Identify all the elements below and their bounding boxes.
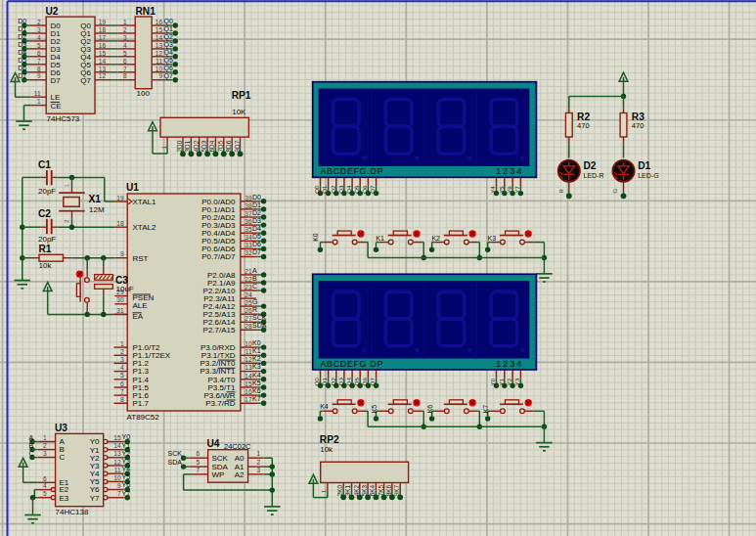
svg-text:G: G xyxy=(252,298,257,305)
svg-text:G: G xyxy=(612,189,618,194)
svg-text:18: 18 xyxy=(116,220,124,227)
svg-text:31: 31 xyxy=(116,307,124,314)
svg-text:7D5: 7D5 xyxy=(217,140,224,152)
svg-text:7: 7 xyxy=(120,388,124,395)
svg-text:3: 3 xyxy=(257,467,261,473)
svg-text:RN1: RN1 xyxy=(136,6,156,17)
svg-text:9K7: 9K7 xyxy=(393,484,400,496)
svg-text:19: 19 xyxy=(99,19,107,25)
svg-text:4: 4 xyxy=(516,359,521,369)
svg-text:Y1: Y1 xyxy=(498,378,505,385)
svg-text:A: A xyxy=(29,434,34,441)
svg-text:P1.7: P1.7 xyxy=(133,399,150,408)
svg-text:12: 12 xyxy=(99,72,107,79)
svg-text:5: 5 xyxy=(123,50,127,57)
svg-text:Q7: Q7 xyxy=(80,76,91,85)
svg-text:14: 14 xyxy=(156,34,163,41)
svg-text:Q6: Q6 xyxy=(164,65,173,72)
svg-text:3: 3 xyxy=(120,356,124,363)
svg-text:35: 35 xyxy=(245,226,252,233)
svg-text:RST: RST xyxy=(133,254,149,263)
svg-text:D4: D4 xyxy=(18,49,26,56)
svg-text:10: 10 xyxy=(113,474,121,481)
svg-text:Q7: Q7 xyxy=(369,378,376,386)
svg-text:23: 23 xyxy=(245,284,252,290)
svg-text:Q5: Q5 xyxy=(353,378,360,386)
svg-text:11: 11 xyxy=(156,58,162,65)
svg-text:1: 1 xyxy=(120,340,124,347)
svg-text:U3: U3 xyxy=(55,423,67,433)
svg-text:3: 3 xyxy=(43,450,47,457)
svg-text:CE: CE xyxy=(51,102,62,111)
svg-text:K3: K3 xyxy=(488,235,497,242)
svg-text:6K4: 6K4 xyxy=(369,484,376,496)
svg-text:36: 36 xyxy=(245,218,252,225)
svg-text:4: 4 xyxy=(516,166,521,176)
svg-text:9: 9 xyxy=(37,72,41,79)
svg-text:SDA: SDA xyxy=(168,459,183,466)
svg-text:14: 14 xyxy=(113,442,121,449)
svg-text:9: 9 xyxy=(120,250,124,257)
svg-text:Y4: Y4 xyxy=(122,466,131,472)
svg-text:12: 12 xyxy=(245,356,252,363)
svg-text:Y6: Y6 xyxy=(506,186,512,194)
svg-text:R1: R1 xyxy=(39,244,52,254)
svg-text:K6: K6 xyxy=(252,387,261,394)
svg-text:24C02C: 24C02C xyxy=(224,442,251,451)
svg-text:8: 8 xyxy=(37,66,41,72)
svg-text:Y0: Y0 xyxy=(122,433,131,440)
svg-text:Y6: Y6 xyxy=(122,481,131,488)
svg-text:LED-G: LED-G xyxy=(638,172,658,179)
svg-text:4: 4 xyxy=(120,364,124,371)
svg-text:470: 470 xyxy=(632,121,645,130)
svg-text:13: 13 xyxy=(113,450,121,457)
svg-text:Y1: Y1 xyxy=(122,442,131,449)
svg-text:13: 13 xyxy=(99,66,107,72)
svg-text:20pF: 20pF xyxy=(38,235,56,244)
svg-text:Y7: Y7 xyxy=(90,494,100,503)
svg-text:10K: 10K xyxy=(232,108,246,116)
svg-text:11: 11 xyxy=(245,348,252,355)
svg-text:7: 7 xyxy=(37,58,41,65)
svg-text:WP: WP xyxy=(212,470,225,479)
svg-text:D1: D1 xyxy=(18,25,26,32)
svg-text:K0: K0 xyxy=(313,233,320,242)
svg-text:Q7: Q7 xyxy=(164,72,173,80)
svg-text:10k: 10k xyxy=(320,445,334,454)
svg-text:Q1: Q1 xyxy=(321,378,328,386)
svg-text:2: 2 xyxy=(503,166,508,176)
svg-text:7K5: 7K5 xyxy=(378,484,384,496)
svg-text:25: 25 xyxy=(245,299,252,306)
svg-text:Q5: Q5 xyxy=(353,185,360,194)
svg-text:4K2: 4K2 xyxy=(353,484,360,496)
svg-text:XTAL2: XTAL2 xyxy=(133,223,156,232)
svg-text:39: 39 xyxy=(245,195,252,201)
svg-text:K3: K3 xyxy=(252,363,261,370)
svg-text:Y2: Y2 xyxy=(506,378,512,385)
svg-text:D7: D7 xyxy=(252,248,261,255)
svg-text:7: 7 xyxy=(117,490,121,497)
svg-text:3: 3 xyxy=(510,166,514,176)
svg-text:D2: D2 xyxy=(584,160,597,171)
svg-text:14: 14 xyxy=(245,373,252,380)
svg-text:8: 8 xyxy=(123,72,127,79)
svg-text:Q2: Q2 xyxy=(330,185,336,194)
svg-text:16: 16 xyxy=(99,42,107,49)
svg-text:5K3: 5K3 xyxy=(361,484,368,496)
svg-text:5: 5 xyxy=(120,372,124,379)
svg-text:12: 12 xyxy=(113,459,121,466)
svg-text:3: 3 xyxy=(510,359,514,369)
svg-text:Y7: Y7 xyxy=(122,490,131,497)
svg-text:12M: 12M xyxy=(89,205,105,214)
svg-text:8D6: 8D6 xyxy=(225,140,232,152)
svg-text:30: 30 xyxy=(116,296,124,303)
svg-text:Q0: Q0 xyxy=(313,378,320,386)
svg-text:15: 15 xyxy=(99,50,107,57)
svg-text:28: 28 xyxy=(245,323,252,330)
svg-text:P2.7/A15: P2.7/A15 xyxy=(203,326,236,335)
svg-text:1: 1 xyxy=(65,184,70,187)
svg-text:1: 1 xyxy=(257,450,261,457)
svg-text:3: 3 xyxy=(123,34,127,41)
svg-text:D3: D3 xyxy=(18,41,26,48)
svg-text:Y5: Y5 xyxy=(498,186,505,194)
